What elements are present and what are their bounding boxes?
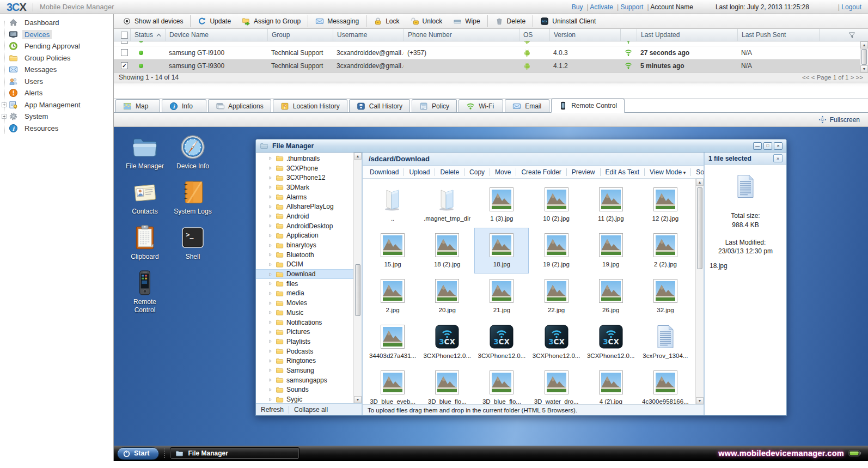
tree-folder[interactable]: binarytoys xyxy=(256,240,362,250)
desktop-icon[interactable]: File Manager xyxy=(123,133,167,171)
tree-expander-icon[interactable] xyxy=(268,387,273,392)
tree-folder[interactable]: Application xyxy=(256,231,362,241)
tab[interactable]: Policy xyxy=(412,99,457,112)
file-item[interactable]: 3D_blue_flo... xyxy=(420,365,474,404)
file-action[interactable]: Preview xyxy=(567,168,601,176)
tree-expander-icon[interactable] xyxy=(268,330,273,335)
pagination[interactable]: << < Page 1 of 1 > >> xyxy=(802,74,863,81)
tab[interactable]: Map xyxy=(115,99,160,112)
sidebar-item[interactable]: App Management xyxy=(0,99,113,111)
file-item[interactable]: 1 (3).jpg xyxy=(474,182,529,228)
sidebar-item[interactable]: System xyxy=(0,111,113,123)
tree-expander-icon[interactable] xyxy=(268,320,273,325)
file-item[interactable]: 34403d27a431... xyxy=(365,319,420,365)
file-action[interactable]: Download xyxy=(365,168,404,176)
tree-folder[interactable]: DCIM xyxy=(256,260,362,270)
tree-folder[interactable]: Podcasts xyxy=(256,347,362,356)
start-button[interactable]: Start xyxy=(117,447,159,460)
file-action[interactable]: Upload xyxy=(404,168,435,176)
toolbar-button[interactable]: Wipe xyxy=(448,15,485,27)
toolbar-button[interactable]: Lock xyxy=(366,15,405,27)
tab[interactable]: Info xyxy=(162,99,206,112)
tree-expander-icon[interactable] xyxy=(268,272,273,277)
tree-folder[interactable]: AllsharePlayLog xyxy=(256,202,362,211)
tree-expander-icon[interactable] xyxy=(268,310,273,315)
grid-scrollbar[interactable]: ▲ ▼ xyxy=(695,179,704,404)
tree-expander-icon[interactable] xyxy=(268,252,273,257)
expand-plus-icon[interactable] xyxy=(1,113,7,119)
table-scrollbar[interactable]: ▲ ▼ xyxy=(860,41,868,72)
tree-folder[interactable]: Music xyxy=(256,308,362,318)
tree-folder[interactable]: Alarms xyxy=(256,192,362,202)
taskbar-task-file-manager[interactable]: File Manager xyxy=(170,447,299,459)
sidebar-item[interactable]: Messages xyxy=(0,64,113,76)
tree-expander-icon[interactable] xyxy=(268,166,273,171)
tree-expander-icon[interactable] xyxy=(268,243,273,248)
sidebar-item[interactable]: Devices xyxy=(0,29,113,41)
file-action[interactable]: Copy xyxy=(464,168,490,176)
file-action[interactable]: Delete xyxy=(435,168,464,176)
tree-folder[interactable]: files xyxy=(256,279,362,289)
tree-folder[interactable]: 3DMark xyxy=(256,183,362,192)
tree-folder[interactable]: 3CXPhone xyxy=(256,163,362,173)
tree-folder[interactable]: Playlists xyxy=(256,337,362,347)
toolbar-button[interactable]: Show all devices xyxy=(117,15,188,27)
sidebar-item[interactable]: Users xyxy=(0,76,113,88)
topbar-link[interactable]: Buy xyxy=(572,3,583,11)
column-username[interactable]: Username xyxy=(333,29,404,41)
toolbar-button[interactable]: Update xyxy=(190,15,236,27)
tree-expander-icon[interactable] xyxy=(268,223,273,228)
tree-expander-icon[interactable] xyxy=(268,301,273,306)
scroll-thumb[interactable] xyxy=(861,49,867,65)
close-button[interactable]: × xyxy=(774,142,783,150)
device-row[interactable]: ✓ samsung GT-I9100 Technical Support 3cx… xyxy=(114,46,868,59)
tree-expander-icon[interactable] xyxy=(268,281,273,286)
refresh-button[interactable]: Refresh xyxy=(261,406,289,414)
column-device-name[interactable]: Device Name xyxy=(165,29,267,41)
desktop-icon[interactable]: Clipboard xyxy=(123,224,167,261)
tree-expander-icon[interactable] xyxy=(268,262,273,267)
tree-scrollbar[interactable]: ▲ ▼ xyxy=(353,153,362,403)
tree-folder[interactable]: 3CXPhone12 xyxy=(256,173,362,183)
tab[interactable]: Wi-Fi xyxy=(459,99,503,112)
device-row[interactable]: ✓ samsung GT-I9300 Technical Support 3cx… xyxy=(114,59,868,72)
maximize-button[interactable]: □ xyxy=(763,142,772,150)
tree-folder[interactable]: Sygic xyxy=(256,394,362,403)
desktop-icon[interactable]: Remote Control xyxy=(123,269,167,314)
scroll-up-arrow[interactable]: ▲ xyxy=(860,41,868,48)
tab[interactable]: Remote Control xyxy=(551,99,625,113)
tree-expander-icon[interactable] xyxy=(268,397,273,402)
file-item[interactable]: 3cxProv_1304... xyxy=(638,319,693,365)
tree-folder[interactable]: Android xyxy=(256,211,362,221)
file-item[interactable]: 32.jpg xyxy=(638,273,693,319)
sidebar-item[interactable]: Dashboard xyxy=(0,17,113,29)
tree-expander-icon[interactable] xyxy=(268,339,273,344)
column-last-updated[interactable]: Last Updated xyxy=(637,29,737,41)
file-item[interactable]: 21.jpg xyxy=(474,273,529,319)
tree-folder[interactable]: Ringtones xyxy=(256,356,362,366)
tree-folder[interactable]: Download xyxy=(256,269,362,279)
file-action[interactable]: Move xyxy=(490,168,516,176)
file-item[interactable]: 19.jpg xyxy=(584,228,638,273)
tree-folder[interactable]: Notifications xyxy=(256,318,362,327)
toolbar-button[interactable]: Uninstall Client xyxy=(533,15,601,27)
topbar-link[interactable]: Activate xyxy=(586,3,613,11)
toolbar-button[interactable]: Messaging xyxy=(308,15,364,27)
tree-expander-icon[interactable] xyxy=(268,195,273,199)
expand-plus-icon[interactable] xyxy=(1,102,7,108)
tree-expander-icon[interactable] xyxy=(268,204,273,209)
desktop-icon[interactable]: Contacts xyxy=(123,179,167,216)
tab[interactable]: Location History xyxy=(273,99,347,112)
file-item[interactable]: 2 (2).jpg xyxy=(638,228,693,273)
tree-expander-icon[interactable] xyxy=(268,368,273,373)
file-action[interactable]: Edit As Text xyxy=(601,168,645,176)
scroll-down-arrow[interactable]: ▼ xyxy=(354,396,362,403)
file-item[interactable]: 18.jpg xyxy=(474,228,529,273)
tab[interactable]: Applications xyxy=(208,99,271,112)
select-all-checkbox[interactable] xyxy=(121,32,128,39)
file-item[interactable]: 4c300e958166... xyxy=(638,365,693,404)
desktop-icon[interactable]: System Logs xyxy=(170,179,215,216)
tree-folder[interactable]: Sounds xyxy=(256,385,362,395)
tree-folder[interactable]: media xyxy=(256,289,362,299)
file-action[interactable]: View Mode xyxy=(645,168,691,176)
